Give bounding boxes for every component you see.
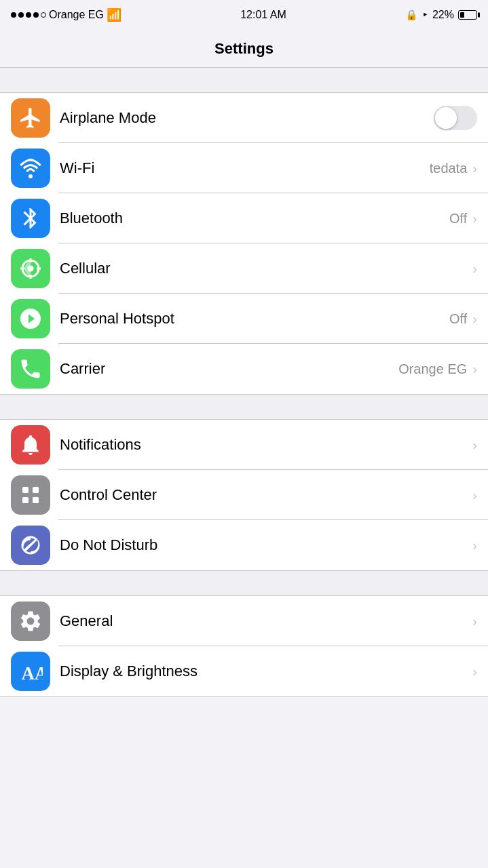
wifi-status-icon: 📶: [107, 7, 121, 22]
signal-dot-5: [41, 12, 46, 18]
wifi-svg: [18, 156, 43, 180]
general-label: General: [60, 612, 472, 630]
bluetooth-svg: [18, 206, 43, 231]
hotspot-label: Personal Hotspot: [60, 310, 449, 328]
notifications-svg: [18, 433, 43, 457]
cellular-icon: [11, 249, 50, 288]
svg-text:AA: AA: [22, 663, 43, 684]
wifi-icon: [11, 149, 50, 188]
do-not-disturb-svg: [18, 533, 43, 557]
carrier-row[interactable]: Carrier Orange EG ›: [0, 344, 488, 394]
section-gap-top: [0, 68, 488, 92]
signal-strength: [11, 12, 46, 18]
battery-percent: 22%: [432, 9, 454, 21]
airplane-mode-toggle[interactable]: [434, 106, 477, 130]
section-gap-2: [0, 395, 488, 419]
svg-rect-6: [22, 487, 29, 493]
preferences-section: General › AA Display & Brightness ›: [0, 595, 488, 697]
svg-rect-9: [33, 497, 39, 503]
status-bar: Orange EG 📶 12:01 AM 🔒 ‣ 22%: [0, 0, 488, 30]
bluetooth-icon: [11, 199, 50, 238]
display-brightness-icon: AA: [11, 652, 50, 691]
hotspot-row[interactable]: Personal Hotspot Off ›: [0, 294, 488, 344]
carrier-chevron: ›: [472, 361, 477, 377]
general-svg: [18, 609, 43, 633]
control-center-label: Control Center: [60, 486, 472, 504]
airplane-mode-icon: [11, 98, 50, 138]
cellular-row[interactable]: Cellular ›: [0, 243, 488, 294]
carrier-icon: [11, 349, 50, 389]
svg-point-1: [28, 266, 34, 272]
connectivity-section: Airplane Mode Wi-Fi tedata › Bluetooth O…: [0, 92, 488, 395]
control-center-row[interactable]: Control Center ›: [0, 470, 488, 520]
status-left: Orange EG 📶: [11, 7, 121, 22]
airplane-mode-row[interactable]: Airplane Mode: [0, 93, 488, 143]
display-brightness-chevron: ›: [472, 664, 477, 679]
general-icon: [11, 601, 50, 641]
notifications-icon: [11, 425, 50, 465]
nav-bar: Settings: [0, 30, 488, 68]
page-title: Settings: [214, 40, 274, 58]
carrier-label: Orange EG: [49, 9, 104, 21]
wifi-chevron: ›: [472, 161, 477, 176]
notifications-label: Notifications: [60, 436, 472, 454]
signal-dot-1: [11, 12, 16, 18]
toggle-knob: [435, 107, 457, 129]
status-right: 🔒 ‣ 22%: [405, 9, 477, 21]
lock-icon: 🔒: [405, 9, 418, 21]
display-brightness-label: Display & Brightness: [60, 663, 472, 680]
carrier-value: Orange EG: [398, 361, 467, 377]
status-time: 12:01 AM: [240, 9, 286, 21]
wifi-value: tedata: [430, 161, 468, 176]
bluetooth-value: Off: [449, 211, 467, 226]
signal-dot-2: [18, 12, 24, 18]
cellular-svg: [18, 256, 43, 281]
notifications-chevron: ›: [472, 437, 477, 453]
do-not-disturb-chevron: ›: [472, 538, 477, 553]
hotspot-icon: [11, 299, 50, 338]
control-center-icon: [11, 475, 50, 515]
carrier-label: Carrier: [60, 360, 398, 378]
display-brightness-svg: AA: [18, 659, 43, 684]
control-center-chevron: ›: [472, 488, 477, 503]
airplane-mode-label: Airplane Mode: [60, 109, 434, 127]
cellular-label: Cellular: [60, 260, 472, 277]
svg-rect-7: [33, 487, 39, 493]
section-gap-3: [0, 571, 488, 595]
control-center-svg: [18, 483, 43, 507]
carrier-svg: [18, 357, 43, 381]
battery-icon: [458, 10, 477, 20]
battery-fill: [460, 12, 464, 18]
signal-dot-4: [33, 12, 39, 18]
signal-dot-3: [26, 12, 31, 18]
notifications-row[interactable]: Notifications ›: [0, 420, 488, 470]
bluetooth-label: Bluetooth: [60, 210, 449, 227]
do-not-disturb-row[interactable]: Do Not Disturb ›: [0, 520, 488, 570]
hotspot-chevron: ›: [472, 311, 477, 327]
general-row[interactable]: General ›: [0, 596, 488, 646]
cellular-chevron: ›: [472, 261, 477, 277]
wifi-label: Wi-Fi: [60, 159, 430, 177]
do-not-disturb-label: Do Not Disturb: [60, 536, 472, 554]
bluetooth-chevron: ›: [472, 211, 477, 226]
general-chevron: ›: [472, 614, 477, 629]
wifi-row[interactable]: Wi-Fi tedata ›: [0, 143, 488, 193]
display-brightness-row[interactable]: AA Display & Brightness ›: [0, 646, 488, 696]
location-icon: ‣: [422, 9, 428, 21]
hotspot-value: Off: [449, 311, 467, 327]
airplane-svg: [18, 106, 43, 130]
svg-rect-8: [22, 497, 29, 503]
system-section: Notifications › Control Center › Do Not …: [0, 419, 488, 571]
do-not-disturb-icon: [11, 526, 50, 565]
bluetooth-row[interactable]: Bluetooth Off ›: [0, 193, 488, 243]
hotspot-svg: [18, 307, 43, 331]
